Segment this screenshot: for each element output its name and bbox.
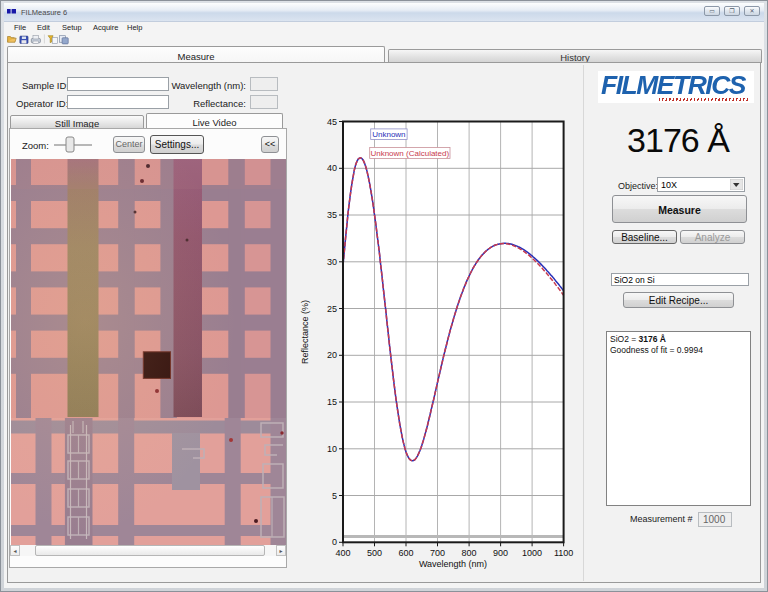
- svg-text:15: 15: [327, 397, 337, 407]
- svg-text:700: 700: [430, 548, 445, 558]
- svg-text:1100: 1100: [554, 548, 573, 558]
- svg-text:40: 40: [327, 163, 337, 173]
- svg-text:600: 600: [398, 548, 413, 558]
- svg-text:Unknown (Calculated): Unknown (Calculated): [370, 149, 449, 158]
- svg-text:20: 20: [327, 350, 337, 360]
- svg-text:500: 500: [367, 548, 382, 558]
- svg-text:Reflectance (%): Reflectance (%): [300, 300, 310, 364]
- svg-text:900: 900: [493, 548, 508, 558]
- svg-text:25: 25: [327, 304, 337, 314]
- svg-text:45: 45: [327, 117, 337, 127]
- svg-text:Unknown: Unknown: [372, 130, 405, 139]
- svg-text:30: 30: [327, 257, 337, 267]
- svg-text:35: 35: [327, 210, 337, 220]
- svg-text:10: 10: [327, 444, 337, 454]
- svg-text:0: 0: [332, 537, 337, 547]
- svg-text:5: 5: [332, 491, 337, 501]
- svg-text:Wavelength (nm): Wavelength (nm): [419, 559, 487, 569]
- svg-text:1000: 1000: [522, 548, 542, 558]
- svg-text:400: 400: [335, 548, 350, 558]
- svg-text:800: 800: [462, 548, 477, 558]
